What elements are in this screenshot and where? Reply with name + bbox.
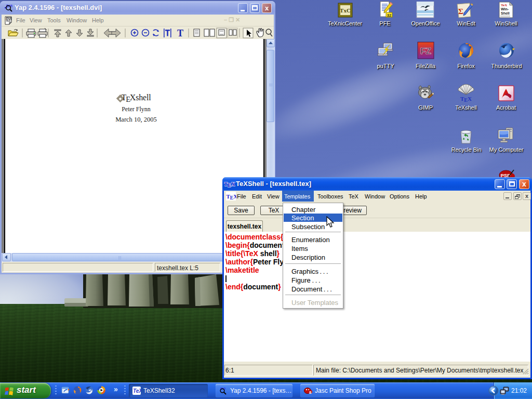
svg-text:TxC: TxC <box>340 7 351 14</box>
svg-text:8: 8 <box>309 390 312 395</box>
svg-text:Σ: Σ <box>458 7 463 16</box>
svg-text:TEX: TEX <box>460 96 472 102</box>
svg-text:TeX: TeX <box>501 3 507 7</box>
svg-text:Win-: Win- <box>501 7 509 11</box>
svg-text:32: 32 <box>387 13 391 18</box>
svg-text:TeX: TeX <box>133 388 141 394</box>
svg-text:Shell: Shell <box>501 11 510 15</box>
svg-text:T: T <box>177 28 183 38</box>
svg-text:TEX: TEX <box>224 181 235 188</box>
svg-text:FZ: FZ <box>420 46 431 56</box>
svg-text:DVI: DVI <box>6 17 12 21</box>
